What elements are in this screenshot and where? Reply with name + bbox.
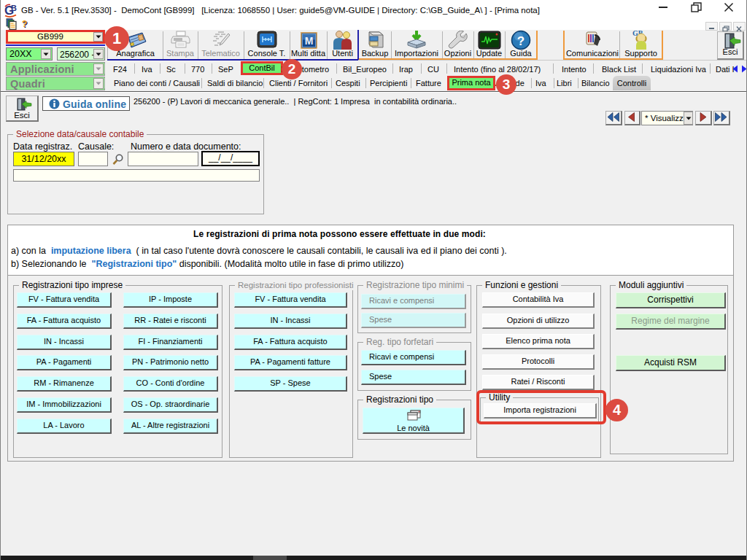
svg-text:?: ? [517, 34, 525, 48]
svg-text:B: B [11, 4, 17, 12]
svg-text:M: M [305, 35, 314, 47]
